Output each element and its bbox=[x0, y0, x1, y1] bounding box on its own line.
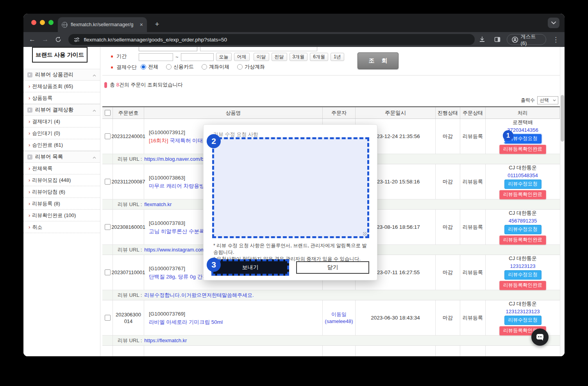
review-url-link[interactable]: https://www.instagram.com/ bbox=[144, 247, 206, 253]
sidebar-section-reviewer-list[interactable]: 리뷰어 목록 bbox=[23, 151, 100, 163]
tracking-link[interactable]: 01110548354 bbox=[508, 172, 538, 178]
page-content: 브랜드 사용 가이드 리뷰어 상품관리 ›전체상품조회 (65) ›상품등록 리… bbox=[23, 47, 565, 356]
side-panel-button[interactable] bbox=[491, 34, 503, 45]
profile-button[interactable]: 게스트(6) bbox=[507, 34, 546, 45]
modal-note-line: * 리뷰 수정 요청 사항은 인플루언서, 브랜드, 관리자에게 알림톡으로 발… bbox=[213, 242, 371, 256]
tracking-link[interactable]: 4567891235 bbox=[509, 218, 537, 224]
quick-today-button[interactable]: 오늘 bbox=[216, 53, 232, 61]
product-link[interactable]: 라비엘 아세로라 기미크림 50ml bbox=[149, 318, 223, 326]
downloads-button[interactable] bbox=[476, 34, 488, 45]
payment-option-transfer[interactable]: 계좌이체 bbox=[202, 63, 229, 70]
close-window-button[interactable] bbox=[31, 20, 36, 25]
url-bar[interactable]: flexmatch.kr/sellermanager/goods_e/exp_o… bbox=[68, 34, 475, 45]
review-url-link[interactable]: https://flexmatch.kr bbox=[144, 338, 187, 343]
tracking-link[interactable]: 123123123123 bbox=[506, 309, 540, 314]
brand-guide-button[interactable]: 브랜드 사용 가이드 bbox=[32, 47, 88, 63]
quick-1year-button[interactable]: 1년 bbox=[331, 53, 344, 61]
sidebar-item-approve-done[interactable]: ›승인완료 (61) bbox=[23, 139, 100, 151]
send-button[interactable]: 보내기 bbox=[211, 259, 289, 276]
output-select-value: 선택 bbox=[540, 97, 549, 104]
annotation-step-3: 3 bbox=[207, 258, 221, 272]
review-confirm-button[interactable]: 리뷰등록확인완료 bbox=[499, 190, 546, 199]
review-url-link[interactable]: flexmatch.kr bbox=[144, 201, 172, 207]
quick-yesterday-button[interactable]: 어제 bbox=[234, 53, 250, 61]
review-edit-request-button[interactable]: 리뷰수정요청 bbox=[504, 180, 542, 189]
tab-search-chevron-button[interactable] bbox=[548, 18, 559, 28]
courier-name: CJ 대한통운 bbox=[509, 210, 537, 217]
review-url-link[interactable]: 리뷰수정합니다.이거왔으면저한테말씀해주세요. bbox=[144, 292, 254, 299]
orderer[interactable]: 이동일 bbox=[323, 346, 356, 356]
browser-tab[interactable]: flexmatch.kr/sellermanager/g × bbox=[58, 17, 147, 32]
radio-checked-icon bbox=[141, 64, 146, 70]
sidebar-item-product-register[interactable]: ›상품등록 bbox=[23, 92, 100, 104]
review-edit-request-button[interactable]: 리뷰수정요청 bbox=[504, 316, 542, 325]
sidebar-item-all-products[interactable]: ›전체상품조회 (65) bbox=[23, 81, 100, 92]
payment-option-all[interactable]: 전체 bbox=[141, 63, 158, 70]
review-confirm-button[interactable]: 리뷰등록확인완료 bbox=[499, 281, 546, 290]
period-start-input[interactable] bbox=[139, 53, 173, 61]
sidebar-item-label: 전체상품조회 (65) bbox=[32, 83, 73, 90]
review-edit-request-button[interactable]: 리뷰수정요청 bbox=[504, 270, 542, 280]
payment-option-card[interactable]: 신용카드 bbox=[166, 63, 194, 70]
sidebar-item-review-confirmed[interactable]: ›리뷰확인완료 (100) bbox=[23, 210, 100, 221]
window-controls bbox=[31, 20, 54, 25]
menu-kebab-button[interactable]: ⋮ bbox=[550, 34, 561, 45]
review-confirm-button[interactable]: 리뷰등록확인완료 bbox=[499, 145, 546, 154]
chevron-down-icon bbox=[551, 22, 556, 24]
row-checkbox[interactable] bbox=[105, 179, 111, 185]
review-request-textarea[interactable] bbox=[212, 137, 369, 238]
select-all-checkbox[interactable] bbox=[105, 110, 111, 116]
sidebar: 브랜드 사용 가이드 리뷰어 상품관리 ›전체상품조회 (65) ›상품등록 리… bbox=[23, 47, 100, 356]
sidebar-section-label: 리뷰어 상품관리 bbox=[35, 71, 73, 78]
row-checkbox[interactable] bbox=[105, 269, 111, 275]
scrollbar-thumb[interactable] bbox=[561, 95, 564, 142]
tab-close-icon[interactable]: × bbox=[140, 22, 143, 28]
progress-state: 마감 bbox=[436, 300, 460, 335]
back-button[interactable]: ← bbox=[27, 34, 38, 45]
new-tab-button[interactable]: + bbox=[152, 20, 162, 29]
row-checkbox[interactable] bbox=[105, 315, 111, 321]
clipped-input[interactable] bbox=[139, 47, 197, 51]
reload-button[interactable] bbox=[52, 34, 64, 45]
payment-option-virtual[interactable]: 가상계좌 bbox=[237, 63, 265, 70]
sidebar-item-cancel[interactable]: ›취소 bbox=[23, 221, 100, 233]
period-end-input[interactable] bbox=[181, 53, 214, 61]
browser-window: flexmatch.kr/sellermanager/g × + ← → fle… bbox=[23, 14, 565, 356]
tracking-link[interactable]: 123123123 bbox=[510, 263, 535, 269]
order-state: 리뷰등록 bbox=[460, 210, 486, 244]
sidebar-item-label: 리뷰확인완료 (100) bbox=[32, 212, 76, 219]
quick-last-month-button[interactable]: 전달 bbox=[272, 53, 287, 61]
sidebar-section-product[interactable]: 리뷰어 상품관리 bbox=[23, 69, 100, 81]
order-no: 20230630001 bbox=[113, 346, 144, 356]
quick-6months-button[interactable]: 6개월 bbox=[310, 53, 328, 61]
sidebar-item-payment-wait[interactable]: ›결제대기 (4) bbox=[23, 116, 100, 127]
close-button[interactable]: 닫기 bbox=[296, 261, 369, 274]
sidebar-item-approve-wait[interactable]: ›승인대기 (0) bbox=[23, 127, 100, 139]
divider bbox=[102, 75, 560, 75]
quick-this-month-button[interactable]: 이달 bbox=[254, 53, 269, 61]
chat-fab-button[interactable] bbox=[531, 329, 549, 346]
output-select[interactable]: 선택 bbox=[537, 96, 558, 104]
search-button[interactable]: 조 회 bbox=[357, 52, 399, 69]
sidebar-item-all-list[interactable]: ›전체목록 bbox=[23, 163, 100, 174]
review-confirm-button[interactable]: 리뷰등록확인완료 bbox=[499, 235, 546, 245]
payment-filter-row: 결제수단 bbox=[111, 64, 137, 71]
review-url-row: 리뷰 URL :https://flexmatch.kr bbox=[102, 336, 560, 346]
orderer[interactable]: 이동일(samelee48) bbox=[323, 300, 356, 335]
clipped-input[interactable] bbox=[200, 47, 317, 51]
forward-button[interactable]: → bbox=[39, 34, 51, 45]
sidebar-item-review-registered[interactable]: ›리뷰등록 (8) bbox=[23, 198, 100, 210]
sidebar-section-payment[interactable]: 리뷰어 결제상황 bbox=[23, 104, 100, 116]
minimize-window-button[interactable] bbox=[40, 20, 45, 25]
maximize-window-button[interactable] bbox=[48, 20, 54, 25]
review-edit-request-button[interactable]: 리뷰수정요청 bbox=[504, 225, 542, 234]
chevron-up-icon bbox=[93, 154, 96, 160]
row-checkbox[interactable] bbox=[105, 133, 111, 139]
quick-3months-button[interactable]: 3개월 bbox=[290, 53, 308, 61]
sidebar-item-winners[interactable]: ›리뷰어당첨 (6) bbox=[23, 186, 100, 198]
page-scrollbar[interactable] bbox=[560, 47, 565, 356]
order-state: 리뷰등록 bbox=[460, 255, 486, 290]
row-checkbox[interactable] bbox=[105, 224, 111, 230]
sidebar-item-recruit[interactable]: ›리뷰어모집 (448) bbox=[23, 174, 100, 186]
sidebar-item-label: 리뷰등록 (8) bbox=[32, 200, 60, 207]
